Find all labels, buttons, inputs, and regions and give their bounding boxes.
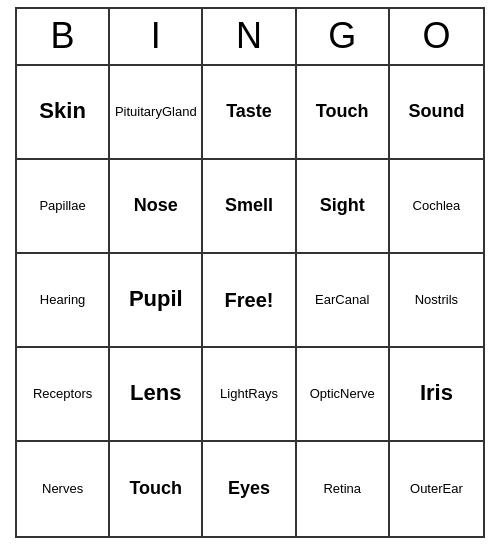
cell-1-0: Papillae — [17, 160, 110, 254]
cell-0-3: Touch — [297, 66, 390, 160]
cell-0-1: PituitaryGland — [110, 66, 203, 160]
bingo-header: BINGO — [17, 9, 483, 66]
cell-4-3: Retina — [297, 442, 390, 536]
cell-3-3: OpticNerve — [297, 348, 390, 442]
bingo-card: BINGO SkinPituitaryGlandTasteTouchSoundP… — [15, 7, 485, 538]
bingo-grid: SkinPituitaryGlandTasteTouchSoundPapilla… — [17, 66, 483, 536]
header-letter: N — [203, 9, 296, 64]
cell-4-2: Eyes — [203, 442, 296, 536]
cell-2-1: Pupil — [110, 254, 203, 348]
header-letter: I — [110, 9, 203, 64]
cell-4-0: Nerves — [17, 442, 110, 536]
cell-4-4: OuterEar — [390, 442, 483, 536]
cell-3-1: Lens — [110, 348, 203, 442]
cell-2-4: Nostrils — [390, 254, 483, 348]
cell-0-2: Taste — [203, 66, 296, 160]
cell-1-4: Cochlea — [390, 160, 483, 254]
cell-3-0: Receptors — [17, 348, 110, 442]
cell-0-0: Skin — [17, 66, 110, 160]
cell-2-0: Hearing — [17, 254, 110, 348]
cell-3-4: Iris — [390, 348, 483, 442]
cell-2-3: EarCanal — [297, 254, 390, 348]
cell-4-1: Touch — [110, 442, 203, 536]
cell-3-2: LightRays — [203, 348, 296, 442]
cell-2-2: Free! — [203, 254, 296, 348]
header-letter: O — [390, 9, 483, 64]
header-letter: B — [17, 9, 110, 64]
header-letter: G — [297, 9, 390, 64]
cell-1-1: Nose — [110, 160, 203, 254]
cell-1-2: Smell — [203, 160, 296, 254]
cell-1-3: Sight — [297, 160, 390, 254]
cell-0-4: Sound — [390, 66, 483, 160]
